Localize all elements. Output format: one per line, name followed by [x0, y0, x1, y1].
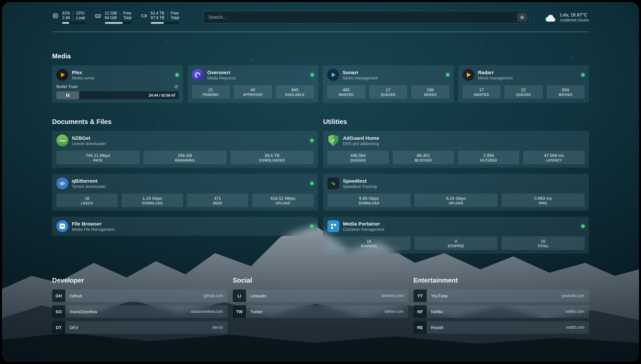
status-dot	[311, 73, 314, 76]
app-card-qbittorrent[interactable]: qb qBittorrent Torrent downloader 16LEEC…	[52, 174, 318, 211]
app-subtitle: Media Requests	[207, 76, 236, 80]
app-card-overseerr[interactable]: Overseerr Media Requests 21PENDING 40APP…	[188, 65, 319, 103]
bookmark-github[interactable]: GH Github github.com	[52, 289, 228, 302]
bookmark-url: netflix.com	[565, 309, 584, 314]
app-subtitle: Speedtest Tracking	[343, 184, 377, 189]
developer-column: Developer GH Github github.com SO StackO…	[52, 277, 228, 337]
section-title-social: Social	[233, 277, 408, 284]
dashboard-window: 31% 2.94 CPU Load	[2, 2, 639, 362]
app-name: Plex	[72, 70, 95, 75]
bookmark-name: Netflix	[431, 309, 443, 314]
plex-icon	[56, 69, 68, 81]
weather-location: Lviv, 16.87°C	[560, 12, 589, 17]
pause-icon[interactable]	[66, 94, 69, 97]
bookmark-reddit[interactable]: RE Reddit reddit.com	[413, 321, 589, 334]
cpu-percent: 31%	[62, 11, 70, 15]
adguard-icon: ✓	[327, 135, 339, 146]
search-input[interactable]	[208, 15, 517, 20]
stat-tile: 9.65 GbpsDOWNLOAD	[327, 194, 411, 207]
bookmark-abbr: DT	[52, 321, 65, 334]
status-dot	[581, 73, 585, 76]
media-grid: Plex Media server Bullet Train ⚙ 24:44 /…	[52, 65, 589, 103]
app-subtitle: DNS and adblocking	[343, 141, 379, 146]
bookmark-url: dev.to	[212, 325, 223, 330]
app-name: Media Portainer	[343, 221, 384, 227]
bookmark-url: reddit.com	[566, 325, 584, 330]
stat-tile: 21PENDING	[192, 85, 230, 99]
playback-progress-bar[interactable]: 24:44 / 02:06:47	[56, 91, 179, 99]
gear-icon[interactable]: ⚙	[174, 84, 178, 89]
app-subtitle: Series management	[343, 76, 378, 80]
stat-tile: 945AVAILABLE	[276, 85, 314, 99]
status-dot	[446, 73, 449, 76]
bookmark-abbr: LI	[233, 289, 246, 302]
app-card-nzbget[interactable]: nzbget NZBGet Usenet downloader 744.21 M…	[52, 131, 318, 168]
bookmark-twitter[interactable]: TW Twitter twitter.com	[233, 305, 408, 318]
app-card-filebrowser[interactable]: File Browser Media File Management	[52, 217, 318, 236]
app-subtitle: Torrent downloader	[72, 184, 106, 189]
bookmark-name: DEV	[70, 325, 78, 330]
nzbget-icon: nzbget	[56, 135, 68, 146]
bookmark-dev[interactable]: DT DEV dev.to	[52, 321, 228, 334]
stat-tile: 9.24 GbpsUPLOAD	[414, 194, 498, 207]
bookmark-linkedin[interactable]: LI LinkedIn linkedin.com	[233, 289, 408, 302]
app-card-speedtest[interactable]: ∿ Speedtest Speedtest Tracking 9.65 Gbps…	[323, 174, 589, 211]
ram-total: 64 GiB	[105, 15, 117, 20]
topbar-divider	[52, 32, 589, 32]
bookmark-abbr: YT	[413, 289, 427, 302]
section-title-developer: Developer	[52, 277, 228, 284]
stat-tile: 40APPROVED	[234, 85, 272, 99]
status-dot	[175, 73, 179, 76]
app-card-sonarr[interactable]: Sonarr Series management 485WANTED 17QUE…	[323, 65, 454, 103]
stat-tile: 196SERIES	[411, 85, 449, 99]
app-card-plex[interactable]: Plex Media server Bullet Train ⚙ 24:44 /…	[52, 65, 183, 103]
app-name: NZBGet	[72, 135, 106, 141]
radarr-icon	[463, 69, 474, 81]
app-card-radarr[interactable]: Radarr Movie management 17WANTED 22QUEUE…	[458, 65, 589, 103]
documents-column: Documents & Files nzbget NZBGet Usenet d…	[52, 118, 318, 254]
disk-label-bottom: Total	[171, 15, 179, 20]
app-card-portainer[interactable]: Media Portainer Container management 16R…	[323, 217, 589, 254]
app-card-adguard[interactable]: ✓ AdGuard Home DNS and adblocking 498,56…	[323, 131, 589, 168]
bookmark-abbr: SO	[52, 305, 65, 318]
app-name: AdGuard Home	[343, 135, 379, 141]
bookmark-abbr: GH	[52, 289, 65, 302]
divider	[168, 11, 168, 20]
section-title-entertainment: Entertainment	[413, 277, 589, 284]
app-name: Radarr	[478, 70, 513, 75]
cpu-usage-bar	[62, 22, 85, 24]
stat-tile: 17WANTED	[463, 85, 501, 99]
stat-tile: 2,956FILTERED	[458, 151, 519, 164]
disk-usage-bar	[151, 22, 179, 24]
ram-widget: 21 GiB 64 GiB Free Total	[94, 11, 132, 24]
disk-free: 52.4 TB	[151, 11, 165, 15]
bookmark-abbr: NF	[413, 305, 427, 318]
app-name: Overseerr	[207, 70, 236, 75]
stat-tile: 485WANTED	[327, 85, 365, 99]
speedtest-icon: ∿	[327, 177, 339, 189]
qbittorrent-icon: qb	[56, 177, 68, 189]
stat-tile: 744.21 MbpsRATE	[56, 151, 139, 164]
status-dot	[310, 139, 314, 142]
stat-tile: 618.52 MbpsUPLOAD	[252, 194, 314, 207]
ram-icon	[94, 13, 102, 19]
cpu-label-top: CPU	[76, 11, 85, 15]
app-name: File Browser	[72, 221, 114, 227]
bookmark-youtube[interactable]: YT YouTube youtube.com	[413, 289, 589, 302]
stat-tile: 16TOTAL	[502, 236, 585, 250]
bookmark-netflix[interactable]: NF Netflix netflix.com	[413, 305, 589, 318]
bookmark-stackoverflow[interactable]: SO StackOverflow stackoverflow.com	[52, 305, 228, 318]
disk-total: 97.9 TB	[151, 15, 165, 20]
utilities-column: Utilities ✓ AdGuard Home DNS and adblock…	[323, 118, 589, 254]
bookmark-abbr: TW	[233, 305, 246, 318]
weather-widget[interactable]: Lviv, 16.87°C scattered clouds	[545, 12, 589, 22]
now-playing-title: Bullet Train	[56, 84, 78, 89]
search-engine-button[interactable]: G	[517, 13, 528, 22]
search-bar[interactable]: G	[203, 11, 530, 23]
stat-tile: 47.569 msLATENCY	[523, 151, 585, 164]
stat-tile: 16LEECH	[56, 194, 118, 207]
bookmark-name: Twitter	[250, 309, 263, 314]
divider	[120, 11, 120, 20]
portainer-icon	[327, 220, 339, 232]
cloud-icon	[545, 14, 557, 22]
